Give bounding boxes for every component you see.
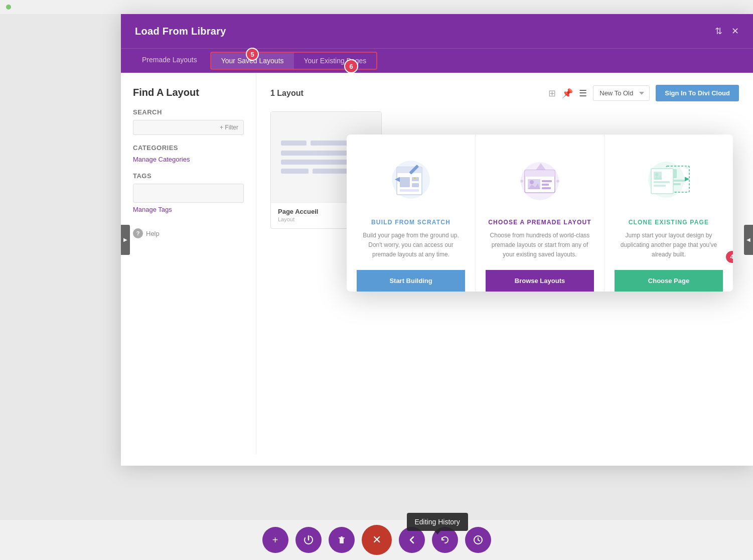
layout-area-top: 1 Layout ⊞ 📌 ☰ New To OldOld To NewAlpha… (270, 85, 739, 101)
modal-header: Load From Library ⇅ ✕ (121, 14, 753, 48)
overlay-card-clone: ▶ CLONE EXISTING PAGE Jump start your la… (605, 134, 733, 292)
svg-rect-17 (542, 180, 552, 182)
layout-controls: ⊞ 📌 ☰ New To OldOld To NewAlphabetical S… (548, 85, 739, 101)
svg-rect-6 (400, 189, 419, 192)
svg-text:▶: ▶ (685, 175, 690, 182)
browser-dot (6, 5, 11, 10)
help-label: Help (146, 230, 160, 237)
svg-point-29 (655, 173, 658, 176)
svg-point-20 (520, 180, 523, 183)
tab-saved[interactable]: 5 Your Saved Layouts (211, 53, 294, 69)
overlay-panel: ◀ BUILD FROM SCRATCH Build your page fro… (347, 134, 733, 292)
help-icon: ? (133, 228, 143, 238)
bottom-toolbar: Editing History + ✕ (0, 520, 753, 560)
overlay-card-build: ◀ BUILD FROM SCRATCH Build your page fro… (347, 134, 476, 292)
history-button[interactable] (465, 527, 491, 553)
search-box[interactable]: + Filter (133, 120, 244, 135)
premade-illustration (507, 150, 572, 210)
overlay-card-premade: CHOOSE A PREMADE LAYOUT Choose from hund… (476, 134, 605, 292)
clone-card-desc: Jump start your layout design by duplica… (615, 231, 723, 260)
tags-input[interactable] (133, 184, 244, 203)
grid-view-icon[interactable]: ⊞ (548, 88, 556, 99)
modal-wrapper: Load From Library ⇅ ✕ Premade Layouts 5 … (121, 14, 753, 466)
right-handle-icon: ◀ (746, 237, 751, 243)
clone-card-title: CLONE EXISTING PAGE (629, 219, 709, 226)
tab-existing[interactable]: Your Existing Pages (294, 53, 377, 69)
power-button[interactable] (295, 527, 322, 553)
back-icon (406, 534, 417, 545)
search-label: Search (133, 108, 244, 116)
clone-illustration: ▶ (636, 150, 701, 210)
categories-label: Categories (133, 144, 244, 152)
history-icon (473, 534, 484, 545)
svg-point-34 (685, 166, 688, 169)
build-card-title: BUILD FROM SCRATCH (371, 219, 450, 226)
svg-point-15 (530, 180, 534, 184)
svg-rect-13 (525, 170, 555, 177)
svg-rect-3 (400, 177, 410, 187)
modal-title: Load From Library (135, 26, 226, 37)
badge-6: 6 (344, 59, 358, 73)
browse-layouts-button[interactable]: Browse Layouts (486, 270, 594, 292)
editing-history-tooltip: Editing History (407, 513, 468, 531)
filter-button[interactable]: + Filter (220, 124, 238, 131)
manage-tags-link[interactable]: Manage Tags (133, 206, 244, 213)
list-view-icon[interactable]: ☰ (579, 88, 587, 99)
svg-rect-5 (412, 183, 419, 187)
browser-bar (0, 0, 753, 14)
trash-button[interactable] (329, 527, 355, 553)
svg-rect-4 (412, 177, 419, 181)
svg-rect-38 (339, 537, 345, 538)
sort-icon[interactable]: ⇅ (715, 26, 722, 37)
tags-label: Tags (133, 172, 244, 180)
svg-rect-31 (654, 181, 670, 183)
premade-card-title: CHOOSE A PREMADE LAYOUT (488, 219, 591, 226)
tabs-bar: Premade Layouts 5 Your Saved Layouts You… (121, 48, 753, 73)
add-button[interactable]: + (262, 527, 288, 553)
svg-rect-18 (542, 184, 549, 186)
manage-categories-link[interactable]: Manage Categories (133, 156, 244, 163)
sort-dropdown[interactable]: New To OldOld To NewAlphabetical (593, 85, 650, 101)
sidebar-title: Find A Layout (133, 87, 244, 98)
sidebar: Find A Layout Search + Filter Categories… (121, 73, 256, 454)
svg-rect-39 (341, 536, 343, 537)
left-handle-icon: ▶ (123, 237, 128, 243)
modal-header-icons: ⇅ ✕ (715, 26, 739, 37)
close-button[interactable]: ✕ (362, 525, 392, 555)
close-icon[interactable]: ✕ (731, 26, 739, 37)
build-card-desc: Build your page from the ground up. Don'… (357, 231, 465, 260)
left-handle[interactable]: ▶ (121, 225, 130, 255)
cloud-signin-button[interactable]: Sign In To Divi Cloud (656, 85, 739, 101)
svg-rect-2 (397, 167, 422, 173)
badge-4: 4 (725, 250, 733, 264)
layout-count: 1 Layout (270, 89, 304, 98)
tab-premade[interactable]: Premade Layouts (131, 49, 208, 73)
start-building-button[interactable]: Start Building (357, 270, 465, 292)
choose-page-button[interactable]: Choose Page (615, 270, 723, 292)
help-link[interactable]: ? Help (133, 228, 244, 238)
svg-point-21 (556, 180, 559, 183)
svg-rect-32 (654, 185, 666, 187)
premade-card-desc: Choose from hundreds of world-class prem… (486, 231, 594, 260)
right-handle[interactable]: ◀ (744, 225, 753, 255)
undo-icon (439, 534, 450, 545)
pin-icon[interactable]: 📌 (562, 88, 573, 99)
trash-icon (336, 534, 347, 545)
build-illustration: ◀ (378, 150, 443, 210)
svg-rect-37 (340, 538, 344, 543)
power-icon (303, 534, 314, 545)
tab-badge-5: 5 (246, 48, 259, 61)
svg-rect-19 (542, 187, 551, 189)
svg-text:◀: ◀ (395, 175, 400, 183)
